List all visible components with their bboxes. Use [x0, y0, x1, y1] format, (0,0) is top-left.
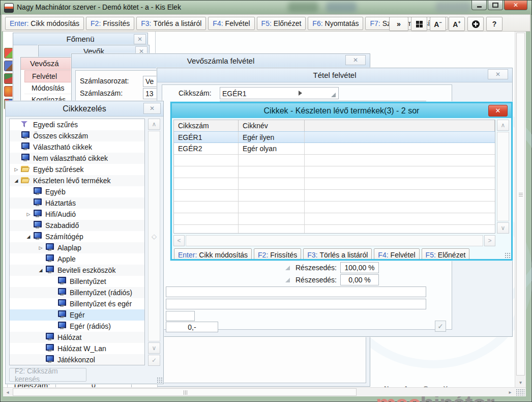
- tetel-felvetel-close-icon[interactable]: ✕: [488, 69, 508, 79]
- tree-item[interactable]: Nem választható cikkek: [10, 153, 144, 164]
- table-row[interactable]: [174, 155, 495, 166]
- table-row[interactable]: [174, 166, 495, 178]
- combo-resize-icon[interactable]: [331, 93, 336, 97]
- tree-item[interactable]: Választható cikkek: [10, 141, 144, 153]
- scroll-down-icon[interactable]: ∨: [148, 342, 160, 354]
- tree-item[interactable]: Billentyűzet: [10, 276, 144, 287]
- tree-item[interactable]: Egyedi szűrés: [10, 119, 144, 130]
- font-larger-icon[interactable]: A+: [449, 17, 465, 31]
- scrollbar-thumb[interactable]: [13, 388, 357, 396]
- resize-grip[interactable]: [505, 252, 510, 258]
- cikkek-button-f3[interactable]: F3:Törlés a listáról: [303, 248, 372, 261]
- mdi-vscrollbar[interactable]: ▾: [515, 32, 526, 387]
- cikkek-close-icon[interactable]: ✕: [488, 105, 508, 117]
- small-field[interactable]: [166, 311, 195, 321]
- osszeg-field[interactable]: 0,-: [166, 322, 218, 332]
- scroll-right-icon[interactable]: ▸: [506, 388, 515, 396]
- table-row[interactable]: [174, 190, 495, 202]
- tree-item[interactable]: Billentyűzet és egér: [10, 298, 144, 309]
- cikkkezeles-close-icon[interactable]: ✕: [143, 103, 161, 114]
- scrollbar-thumb[interactable]: [516, 33, 525, 376]
- table-row[interactable]: EGÉR2Egér olyan: [174, 143, 495, 155]
- scroll-left-icon[interactable]: <: [173, 235, 185, 246]
- column-header-empty[interactable]: [305, 120, 495, 131]
- tree-item[interactable]: ◢Beviteli eszköszök: [10, 265, 144, 276]
- scroll-right-icon[interactable]: >: [484, 235, 495, 246]
- text-field-1[interactable]: [166, 286, 426, 297]
- confirm-check-icon[interactable]: ✓: [435, 321, 446, 332]
- target-icon[interactable]: [467, 17, 484, 31]
- tree-item[interactable]: Egyéb: [10, 186, 144, 197]
- cikkek-button-f5[interactable]: F5:Előnézet: [422, 248, 470, 261]
- cikkkezeles-titlebar[interactable]: Cikkkezelés: [6, 101, 163, 117]
- scrollbar-thumb[interactable]: ◇: [148, 131, 160, 341]
- scroll-down-icon[interactable]: ∨: [497, 222, 509, 234]
- toolbar-button-f5[interactable]: F5:Előnézet: [257, 17, 306, 30]
- tree-item[interactable]: Játékkonzol: [10, 354, 144, 365]
- table-row[interactable]: [174, 202, 495, 213]
- tree-item[interactable]: ▷Hifi/Audió: [10, 209, 144, 220]
- tree-item[interactable]: Hálózat W_Lan: [10, 343, 144, 354]
- vevoszamla-felvetel-titlebar[interactable]: Vevőszámla felvétel: [72, 54, 370, 68]
- tree-item[interactable]: Hálózat: [10, 332, 144, 343]
- vevoszamla-felvetel-close-icon[interactable]: ✕: [345, 55, 366, 65]
- cikkek-button-f4[interactable]: F4:Felvétel: [374, 248, 419, 261]
- toolbar-button-f4[interactable]: F4:Felvétel: [208, 17, 254, 30]
- mdi-hscrollbar[interactable]: ◂ ▸: [3, 387, 526, 396]
- os-titlebar[interactable]: Nagy Machinátor szerver - Demó kötet - a…: [1, 1, 531, 15]
- font-smaller-icon[interactable]: A−: [430, 17, 446, 31]
- toolbar-button-f6[interactable]: F6:Nyomtatás: [308, 17, 363, 30]
- combo-open-icon[interactable]: [299, 91, 302, 96]
- tetel-felvetel-titlebar[interactable]: Tétel felvétel: [157, 68, 512, 82]
- scroll-down-icon[interactable]: ▾: [516, 378, 525, 387]
- expander-collapsed-icon[interactable]: ▷: [36, 245, 45, 250]
- scroll-up-icon[interactable]: ∧: [148, 119, 160, 130]
- fomenu-titlebar[interactable]: Főmenü: [13, 33, 147, 45]
- tree-item[interactable]: ◢Készleten lévő termékek: [10, 175, 144, 186]
- fomenu-close-icon[interactable]: ✕: [134, 34, 146, 44]
- cikkek-button-f2[interactable]: F2:Frissítés: [254, 248, 301, 261]
- toolbar-button-f3[interactable]: F3:Törlés a listáról: [136, 17, 206, 30]
- tree-item[interactable]: ◢Számítógép: [10, 231, 144, 242]
- grid-view-icon[interactable]: [411, 17, 427, 31]
- expander-expanded-icon[interactable]: ◢: [12, 178, 21, 183]
- toolbar-button-enter[interactable]: Enter:Cikk módosítás: [5, 17, 84, 30]
- minimize-button[interactable]: [471, 1, 487, 10]
- tree-item[interactable]: Apple: [10, 253, 144, 265]
- cikkek-titlebar[interactable]: Cikkek - Készleten lévő termékek(3) - 2 …: [172, 103, 511, 118]
- maximize-button[interactable]: [488, 1, 503, 10]
- close-button[interactable]: ✕: [504, 1, 527, 10]
- column-header-cikkszam[interactable]: Cikkszám: [174, 120, 239, 131]
- table-row[interactable]: [174, 225, 495, 234]
- column-header-cikknev[interactable]: Cikknév: [239, 120, 305, 131]
- help-icon[interactable]: ?: [486, 17, 503, 31]
- tree-item[interactable]: Háztartás: [10, 197, 144, 209]
- table-row[interactable]: [174, 213, 495, 225]
- expander-expanded-icon[interactable]: ◢: [36, 268, 45, 273]
- table-row[interactable]: [174, 178, 495, 190]
- expander-collapsed-icon[interactable]: ▷: [12, 167, 21, 172]
- scrollbar-track[interactable]: [186, 235, 483, 246]
- tree-item[interactable]: Egér (rádiós): [10, 321, 144, 332]
- expander-expanded-icon[interactable]: ◢: [24, 234, 33, 239]
- apply-check-icon[interactable]: ✓: [148, 355, 160, 366]
- tree-item[interactable]: Billentyűzet (rádiós): [10, 287, 144, 298]
- cikkszam-kereses-button[interactable]: F2: Cikkszám keresés: [9, 368, 86, 382]
- cikkek-button-enter[interactable]: Enter:Cikk módosítás: [174, 248, 252, 261]
- resize-grip[interactable]: [157, 377, 162, 383]
- expander-collapsed-icon[interactable]: ▷: [24, 212, 33, 217]
- reszesedes1-field[interactable]: 100,00 %: [340, 262, 379, 273]
- tree-item[interactable]: ▷Egyéb szűrések: [10, 164, 144, 175]
- reszesedes2-field[interactable]: 0,00 %: [340, 274, 379, 285]
- tree-item[interactable]: Összes cikkszám: [10, 130, 144, 141]
- scroll-up-icon[interactable]: ∧: [497, 120, 509, 131]
- tree-item[interactable]: ▷Alaplap: [10, 242, 144, 253]
- scroll-left-icon[interactable]: ◂: [3, 388, 12, 396]
- resize-grip[interactable]: [516, 389, 525, 396]
- scrollbar-track[interactable]: [497, 132, 509, 221]
- table-row[interactable]: EGÉR1Egér ilyen: [174, 131, 495, 143]
- toolbar-button-f2[interactable]: F2:Frissítés: [86, 17, 134, 30]
- more-tools-icon[interactable]: »: [389, 17, 408, 31]
- tree-item[interactable]: Egér: [10, 309, 144, 321]
- cikkszam-combo[interactable]: EGÉR1: [220, 87, 339, 99]
